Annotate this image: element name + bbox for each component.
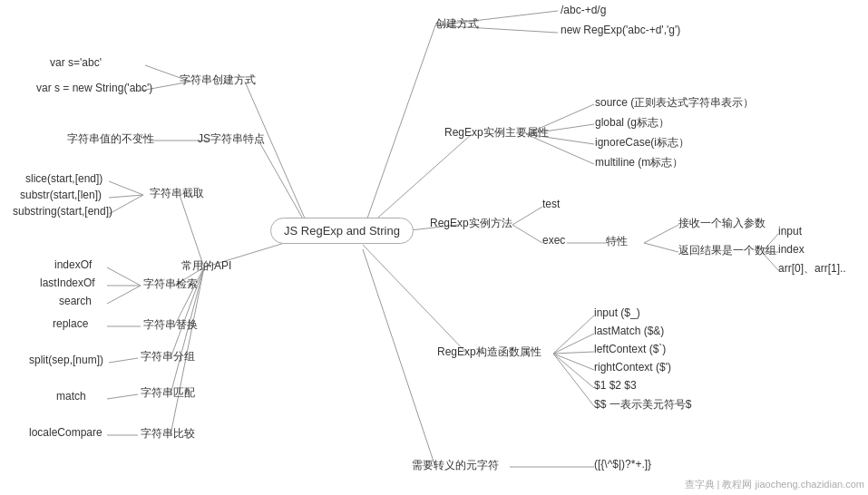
replace: replace — [53, 317, 88, 330]
svg-line-35 — [109, 195, 143, 214]
svg-line-12 — [644, 225, 678, 243]
jiequ: 字符串截取 — [150, 186, 204, 201]
ignorecase: ignoreCase(i标志） — [595, 135, 689, 150]
regexp-shili-fangfa: RegExp实例方法 — [430, 216, 512, 231]
test: test — [542, 198, 560, 210]
ss-meiyuan: $$ 一表示美元符号$ — [594, 397, 691, 412]
indexof: indexOf — [54, 258, 92, 271]
bijiao: 字符串比较 — [141, 426, 195, 442]
s1s2s3: $1 $2 $3 — [594, 379, 637, 392]
zhuanyi-chars: ([{\^$|)?*+.]} — [594, 458, 651, 471]
svg-line-29 — [258, 141, 308, 228]
svg-line-10 — [512, 225, 542, 243]
substring: substring(start,[end]) — [13, 205, 112, 218]
svg-line-22 — [553, 354, 594, 388]
substr: substr(start,[len]) — [20, 189, 102, 201]
svg-line-32 — [180, 195, 204, 267]
bianxing: 字符串值的不变性 — [67, 131, 154, 147]
slice: slice(start,[end]) — [25, 172, 102, 185]
match: match — [56, 390, 86, 403]
jiancha: 字符串检索 — [143, 277, 198, 292]
search: search — [59, 295, 92, 307]
new-regexp: new RegExp('abc-+d','g') — [561, 24, 680, 36]
svg-line-17 — [363, 245, 467, 354]
split: split(sep,[num]) — [29, 354, 103, 366]
fanhui-shuzu: 返回结果是一个数组 — [678, 243, 776, 258]
svg-line-33 — [109, 181, 143, 195]
multiline: multiline (m标志） — [595, 155, 683, 170]
var-s-abc: var s='abc' — [50, 56, 102, 69]
tihuan: 字符串替换 — [143, 317, 198, 333]
center-node: JS RegExp and String — [270, 218, 414, 244]
zhuanyi: 需要转义的元字符 — [412, 458, 499, 473]
var-s-new: var s = new String('abc') — [36, 82, 152, 94]
input: input — [778, 225, 802, 238]
svg-line-0 — [363, 25, 435, 231]
svg-line-39 — [107, 286, 141, 304]
watermark: 查字典 | 教程网 jiaocheng.chazidian.com — [685, 478, 865, 491]
chuangjianfangshi: 创建方式 — [435, 16, 479, 32]
svg-line-37 — [107, 267, 141, 286]
zifuchuan-jianjian: 字符串创建方式 — [180, 73, 256, 88]
input-underscore: input ($_) — [594, 306, 640, 319]
localecompare: localeCompare — [29, 426, 102, 439]
rightcontext: rightContext ($') — [594, 361, 671, 374]
svg-line-45 — [107, 394, 138, 399]
svg-line-43 — [109, 358, 138, 363]
regexp-gouzao: RegExp构造函数属性 — [437, 345, 541, 360]
svg-line-24 — [363, 249, 435, 467]
leftcontext: leftContext ($`) — [594, 343, 666, 355]
fenge: 字符串分组 — [141, 349, 195, 364]
regexp-shili-zhuyao: RegExp实例主要属性 — [444, 125, 549, 141]
arr0-arr1: arr[0]、arr[1].. — [778, 261, 846, 277]
lastmatch: lastMatch ($&) — [594, 325, 664, 337]
svg-line-19 — [553, 334, 594, 354]
pipei: 字符串匹配 — [141, 385, 195, 401]
svg-line-13 — [644, 243, 678, 252]
lastindexof: lastIndexOf — [40, 277, 95, 289]
source: source (正则表达式字符串表示） — [595, 95, 754, 111]
global: global (g标志） — [595, 115, 669, 131]
index: index — [778, 243, 805, 256]
svg-line-18 — [553, 315, 594, 354]
shoudao-yi-can: 接收一个输入参数 — [678, 216, 766, 231]
exec: exec — [542, 234, 565, 247]
svg-line-20 — [553, 352, 594, 354]
svg-line-9 — [512, 207, 542, 225]
js-zifuchuan: JS字符串特点 — [198, 131, 265, 147]
svg-line-26 — [245, 82, 308, 227]
texing: 特性 — [606, 234, 628, 249]
svg-line-34 — [109, 195, 143, 198]
changyong-api: 常用的API — [181, 258, 231, 274]
abc-d-g: /abc-+d/g — [561, 4, 606, 16]
